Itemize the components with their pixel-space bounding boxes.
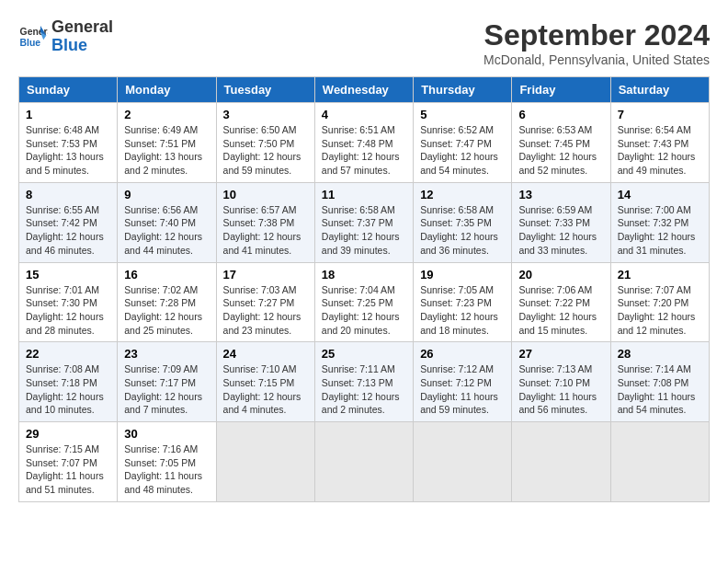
weekday-header-monday: Monday [118,77,216,103]
day-info: Sunrise: 7:09 AM Sunset: 7:17 PM Dayligh… [124,362,209,417]
weekday-header-thursday: Thursday [414,77,512,103]
day-info: Sunrise: 7:00 AM Sunset: 7:32 PM Dayligh… [618,203,702,258]
day-number: 26 [420,347,505,361]
day-number: 9 [124,188,209,201]
day-info: Sunrise: 7:06 AM Sunset: 7:22 PM Dayligh… [518,283,603,338]
calendar-cell: 13Sunrise: 6:59 AM Sunset: 7:33 PM Dayli… [512,182,610,262]
calendar-cell: 12Sunrise: 6:58 AM Sunset: 7:35 PM Dayli… [414,182,512,262]
calendar-cell: 9Sunrise: 6:56 AM Sunset: 7:40 PM Daylig… [118,182,216,262]
weekday-header-tuesday: Tuesday [216,77,314,103]
calendar-cell: 21Sunrise: 7:07 AM Sunset: 7:20 PM Dayli… [610,262,709,342]
calendar-cell: 6Sunrise: 6:53 AM Sunset: 7:45 PM Daylig… [512,103,610,183]
calendar-cell: 18Sunrise: 7:04 AM Sunset: 7:25 PM Dayli… [314,262,413,342]
calendar-cell: 7Sunrise: 6:54 AM Sunset: 7:43 PM Daylig… [610,103,709,183]
page-header: General Blue General Blue September 2024… [18,18,710,67]
day-info: Sunrise: 6:50 AM Sunset: 7:50 PM Dayligh… [223,123,308,178]
weekday-header-friday: Friday [512,77,610,103]
day-info: Sunrise: 6:57 AM Sunset: 7:38 PM Dayligh… [223,203,308,258]
day-number: 13 [518,188,603,201]
day-number: 22 [26,347,110,361]
day-number: 5 [420,108,505,121]
day-number: 18 [322,268,406,282]
day-info: Sunrise: 6:58 AM Sunset: 7:37 PM Dayligh… [322,203,406,258]
calendar-week-row: 22Sunrise: 7:08 AM Sunset: 7:18 PM Dayli… [19,342,710,422]
calendar-cell: 17Sunrise: 7:03 AM Sunset: 7:27 PM Dayli… [216,262,314,342]
day-number: 28 [618,347,702,361]
day-number: 30 [124,427,209,441]
calendar-cell: 15Sunrise: 7:01 AM Sunset: 7:30 PM Dayli… [19,262,118,342]
calendar-cell: 22Sunrise: 7:08 AM Sunset: 7:18 PM Dayli… [19,342,118,422]
day-number: 20 [518,268,603,282]
day-info: Sunrise: 7:07 AM Sunset: 7:20 PM Dayligh… [618,283,702,338]
day-info: Sunrise: 6:55 AM Sunset: 7:42 PM Dayligh… [26,203,110,258]
day-number: 15 [26,268,110,282]
day-number: 2 [124,108,209,121]
day-number: 27 [518,347,603,361]
day-info: Sunrise: 7:15 AM Sunset: 7:07 PM Dayligh… [26,442,110,497]
day-info: Sunrise: 7:01 AM Sunset: 7:30 PM Dayligh… [26,283,110,338]
day-number: 12 [420,188,505,201]
day-number: 7 [618,108,702,121]
day-info: Sunrise: 6:58 AM Sunset: 7:35 PM Dayligh… [420,203,505,258]
day-info: Sunrise: 6:52 AM Sunset: 7:47 PM Dayligh… [420,123,505,178]
calendar-week-row: 29Sunrise: 7:15 AM Sunset: 7:07 PM Dayli… [19,422,710,502]
day-info: Sunrise: 7:04 AM Sunset: 7:25 PM Dayligh… [322,283,406,338]
day-info: Sunrise: 7:10 AM Sunset: 7:15 PM Dayligh… [223,362,308,417]
day-number: 14 [618,188,702,201]
weekday-header-wednesday: Wednesday [314,77,413,103]
logo-name: General Blue [51,18,113,55]
day-info: Sunrise: 6:48 AM Sunset: 7:53 PM Dayligh… [26,123,110,178]
calendar-cell: 23Sunrise: 7:09 AM Sunset: 7:17 PM Dayli… [118,342,216,422]
calendar-cell [512,422,610,502]
calendar-cell: 1Sunrise: 6:48 AM Sunset: 7:53 PM Daylig… [19,103,118,183]
calendar-cell: 27Sunrise: 7:13 AM Sunset: 7:10 PM Dayli… [512,342,610,422]
day-info: Sunrise: 7:11 AM Sunset: 7:13 PM Dayligh… [322,362,406,417]
location: McDonald, Pennsylvania, United States [483,52,710,67]
calendar-cell: 11Sunrise: 6:58 AM Sunset: 7:37 PM Dayli… [314,182,413,262]
calendar-cell: 20Sunrise: 7:06 AM Sunset: 7:22 PM Dayli… [512,262,610,342]
day-number: 24 [223,347,308,361]
day-info: Sunrise: 6:56 AM Sunset: 7:40 PM Dayligh… [124,203,209,258]
calendar-table: SundayMondayTuesdayWednesdayThursdayFrid… [18,76,710,502]
day-number: 25 [322,347,406,361]
day-number: 3 [223,108,308,121]
calendar-cell: 29Sunrise: 7:15 AM Sunset: 7:07 PM Dayli… [19,422,118,502]
calendar-cell: 16Sunrise: 7:02 AM Sunset: 7:28 PM Dayli… [118,262,216,342]
day-info: Sunrise: 6:59 AM Sunset: 7:33 PM Dayligh… [518,203,603,258]
day-number: 23 [124,347,209,361]
title-block: September 2024 McDonald, Pennsylvania, U… [483,18,710,67]
calendar-week-row: 8Sunrise: 6:55 AM Sunset: 7:42 PM Daylig… [19,182,710,262]
calendar-cell [414,422,512,502]
day-number: 11 [322,188,406,201]
day-info: Sunrise: 7:03 AM Sunset: 7:27 PM Dayligh… [223,283,308,338]
calendar-cell [610,422,709,502]
day-number: 6 [518,108,603,121]
calendar-cell: 25Sunrise: 7:11 AM Sunset: 7:13 PM Dayli… [314,342,413,422]
calendar-cell: 26Sunrise: 7:12 AM Sunset: 7:12 PM Dayli… [414,342,512,422]
calendar-cell: 4Sunrise: 6:51 AM Sunset: 7:48 PM Daylig… [314,103,413,183]
calendar-cell: 14Sunrise: 7:00 AM Sunset: 7:32 PM Dayli… [610,182,709,262]
day-number: 19 [420,268,505,282]
calendar-cell [314,422,413,502]
calendar-cell: 28Sunrise: 7:14 AM Sunset: 7:08 PM Dayli… [610,342,709,422]
day-number: 8 [26,188,110,201]
day-number: 21 [618,268,702,282]
calendar-cell: 5Sunrise: 6:52 AM Sunset: 7:47 PM Daylig… [414,103,512,183]
calendar-week-row: 15Sunrise: 7:01 AM Sunset: 7:30 PM Dayli… [19,262,710,342]
day-info: Sunrise: 6:49 AM Sunset: 7:51 PM Dayligh… [124,123,209,178]
weekday-header-row: SundayMondayTuesdayWednesdayThursdayFrid… [19,77,710,103]
weekday-header-saturday: Saturday [610,77,709,103]
calendar-cell: 3Sunrise: 6:50 AM Sunset: 7:50 PM Daylig… [216,103,314,183]
logo: General Blue General Blue [18,18,113,55]
day-number: 17 [223,268,308,282]
calendar-cell: 19Sunrise: 7:05 AM Sunset: 7:23 PM Dayli… [414,262,512,342]
day-info: Sunrise: 7:16 AM Sunset: 7:05 PM Dayligh… [124,442,209,497]
day-number: 4 [322,108,406,121]
calendar-cell: 30Sunrise: 7:16 AM Sunset: 7:05 PM Dayli… [118,422,216,502]
day-info: Sunrise: 6:51 AM Sunset: 7:48 PM Dayligh… [322,123,406,178]
weekday-header-sunday: Sunday [19,77,118,103]
day-info: Sunrise: 7:14 AM Sunset: 7:08 PM Dayligh… [618,362,702,417]
day-info: Sunrise: 7:13 AM Sunset: 7:10 PM Dayligh… [518,362,603,417]
calendar-cell: 24Sunrise: 7:10 AM Sunset: 7:15 PM Dayli… [216,342,314,422]
day-info: Sunrise: 7:08 AM Sunset: 7:18 PM Dayligh… [26,362,110,417]
